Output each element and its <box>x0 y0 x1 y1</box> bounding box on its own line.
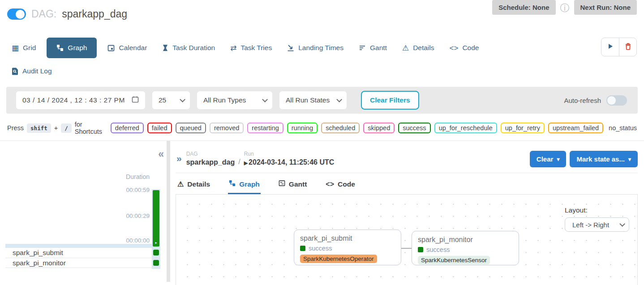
clear-run-button[interactable]: Clear ▾ <box>530 151 567 167</box>
tab-details[interactable]: ⚠ Details <box>398 38 439 58</box>
tab-label: Gantt <box>289 180 307 188</box>
run-types-select[interactable]: All Run Types <box>197 91 272 109</box>
caret-down-icon: ▾ <box>557 156 559 162</box>
tab-grid[interactable]: ▦ Grid <box>7 38 40 58</box>
dag-nav: ▦ Grid Graph Calendar Task Duration ⇄ Ta… <box>0 31 644 85</box>
auto-refresh-toggle[interactable] <box>606 95 627 106</box>
legend-running[interactable]: running <box>287 123 318 133</box>
task-instance-square-submit[interactable] <box>153 250 159 255</box>
tab-label: Details <box>413 44 434 52</box>
dag-pause-toggle[interactable] <box>7 9 26 20</box>
legend-up-for-retry[interactable]: up_for_retry <box>501 123 545 133</box>
trigger-dag-button[interactable] <box>601 38 619 56</box>
run-states-select[interactable]: All Run States <box>279 91 347 109</box>
legend-restarting[interactable]: restarting <box>247 123 283 133</box>
delete-dag-button[interactable] <box>619 38 636 56</box>
plane-landing-icon <box>287 44 294 51</box>
tab-code[interactable]: <> Code <box>445 38 484 58</box>
legend-skipped[interactable]: skipped <box>363 123 395 133</box>
dag-name: sparkapp_dag <box>62 8 127 20</box>
caret-down-icon: ▾ <box>628 156 631 162</box>
task-row-spark-pi-monitor[interactable]: spark_pi_monitor <box>5 258 160 268</box>
collapse-sidebar-icon[interactable]: « <box>158 149 164 159</box>
legend-deferred[interactable]: deferred <box>111 123 144 133</box>
breadcrumb-divider <box>176 173 638 173</box>
run-tab-code[interactable]: <> Code <box>325 174 356 194</box>
legend-upstream-failed[interactable]: upstream_failed <box>548 123 603 133</box>
graph-node-spark-pi-submit[interactable]: spark_pi_submit success SparkKubernetesO… <box>294 230 401 265</box>
operator-badge: SparkKubernetesOperator <box>300 255 377 263</box>
toggle-knob <box>607 96 616 105</box>
status-square <box>418 247 423 252</box>
chevron-down-icon <box>180 97 185 102</box>
legend-no-status: no_status <box>609 124 637 132</box>
grid-sidebar: « Duration 00:00:59 00:00:29 00:00:00 ▸ … <box>0 141 167 282</box>
auto-refresh-label: Auto-refresh <box>564 97 601 104</box>
repeat-icon: ⇄ <box>230 44 236 52</box>
duration-tick: 00:00:59 <box>126 187 150 193</box>
info-icon[interactable]: ⓘ <box>560 2 570 14</box>
tab-label: Graph <box>239 180 260 188</box>
legend-row: Press shift + / for Shortcuts deferred f… <box>0 121 644 141</box>
legend-removed[interactable]: removed <box>210 123 244 133</box>
tab-landing-times[interactable]: Landing Times <box>283 38 348 58</box>
shift-key: shift <box>27 123 51 133</box>
node-status-label: success <box>426 246 450 253</box>
base-date-input[interactable]: 03 / 14 / 2024 , 12 : 43 : 27 PM <box>16 91 145 109</box>
legend-queued[interactable]: queued <box>176 123 206 133</box>
shortcuts-text: + <box>54 124 58 132</box>
tab-calendar[interactable]: Calendar <box>103 38 151 58</box>
tab-label: Landing Times <box>298 44 343 52</box>
toggle-knob <box>16 10 25 19</box>
breadcrumb-run-value[interactable]: 2024-03-14, 11:25:46 UTC <box>249 158 334 166</box>
tab-task-duration[interactable]: Task Duration <box>158 38 219 58</box>
tab-label: Audit Log <box>22 67 52 75</box>
button-label: Clear <box>537 155 554 163</box>
panel-resize-handle[interactable] <box>167 141 170 282</box>
task-row-spark-pi-submit[interactable]: spark_pi_submit <box>5 247 160 258</box>
graph-canvas[interactable]: Layout: Left -> Right spark_pi_submit su… <box>176 194 638 285</box>
run-detail-tabs: ⚠ Details Graph Gantt <> Code <box>176 174 638 194</box>
node-status-label: success <box>309 245 332 252</box>
clear-filters-button[interactable]: Clear Filters <box>361 91 419 110</box>
page-size-select[interactable]: 25 <box>152 91 190 109</box>
tab-graph[interactable]: Graph <box>47 38 97 58</box>
state-legend: deferred failed queued removed restartin… <box>111 123 637 133</box>
expand-panel-icon[interactable]: » <box>176 153 182 163</box>
dag-actions-group <box>601 38 637 56</box>
run-states-value: All Run States <box>286 96 330 104</box>
chevron-down-icon <box>262 97 268 102</box>
legend-scheduled[interactable]: scheduled <box>321 123 360 133</box>
layout-direction-select[interactable]: Left -> Right <box>565 217 629 232</box>
legend-up-for-reschedule[interactable]: up_for_reschedule <box>434 123 497 133</box>
calendar-picker-icon <box>132 96 139 105</box>
run-tab-graph[interactable]: Graph <box>228 174 261 194</box>
tab-label: Code <box>462 44 479 52</box>
operator-badge: SparkKubernetesSensor <box>418 256 490 264</box>
run-types-value: All Run Types <box>203 96 246 104</box>
breadcrumb: DAG sparkapp_dag / Run ▶2024-03-14, 11:2… <box>186 151 335 166</box>
run-tab-details[interactable]: ⚠ Details <box>176 174 211 194</box>
task-instance-square-monitor[interactable] <box>153 260 159 266</box>
graph-node-spark-pi-monitor[interactable]: spark_pi_monitor success SparkKubernetes… <box>412 231 519 265</box>
tab-gantt[interactable]: Gantt <box>354 38 391 58</box>
warning-icon: ⚠ <box>402 44 409 52</box>
shortcuts-text: Press <box>7 124 24 132</box>
tab-audit-log[interactable]: Audit Log <box>7 61 56 81</box>
mark-state-button[interactable]: Mark state as... ▾ <box>570 151 638 167</box>
chevron-down-icon <box>619 221 625 227</box>
legend-success[interactable]: success <box>398 123 430 133</box>
gantt-chart-icon <box>279 180 285 188</box>
breadcrumb-run-label: Run <box>244 151 335 157</box>
graph-icon <box>229 180 236 188</box>
legend-failed[interactable]: failed <box>147 123 172 133</box>
button-label: Mark state as... <box>576 155 625 163</box>
shortcuts-text: for Shortcuts <box>75 121 111 135</box>
run-filter-bar: 03 / 14 / 2024 , 12 : 43 : 27 PM 25 All … <box>6 87 638 114</box>
tab-task-tries[interactable]: ⇄ Task Tries <box>226 38 276 58</box>
run-duration-bar[interactable]: ▸ <box>153 190 159 247</box>
run-tab-gantt[interactable]: Gantt <box>278 174 308 194</box>
breadcrumb-dag-name[interactable]: sparkapp_dag <box>186 158 235 166</box>
tab-label: Calendar <box>119 44 147 52</box>
layout-label: Layout: <box>565 206 629 214</box>
